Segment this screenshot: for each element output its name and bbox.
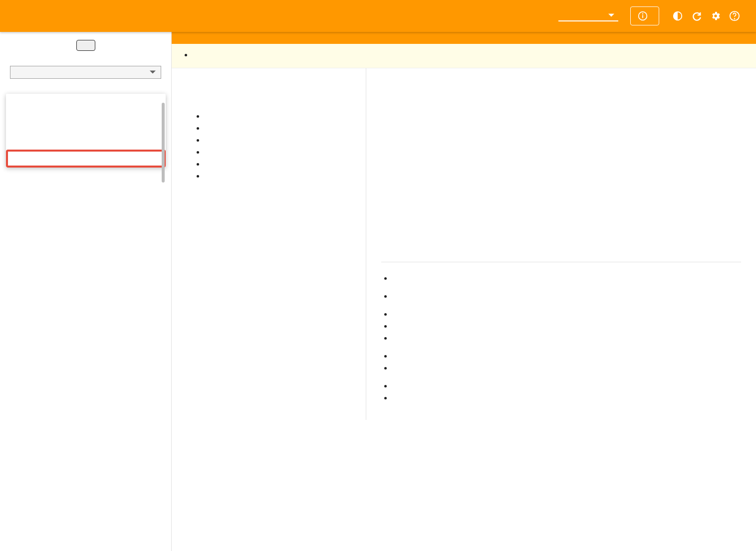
help-icon[interactable] bbox=[729, 10, 740, 21]
tool-item-pod-viewer[interactable] bbox=[6, 108, 166, 122]
tool-item-tensorflow-stats[interactable] bbox=[6, 122, 166, 136]
dropdown-icon bbox=[608, 12, 614, 18]
info-icon bbox=[638, 11, 648, 21]
sub-item bbox=[205, 122, 351, 134]
tool-item-trace-viewer[interactable] bbox=[6, 150, 166, 168]
warning-text bbox=[193, 49, 747, 61]
sidebar bbox=[0, 32, 172, 551]
tool-item-memory-profile[interactable] bbox=[6, 94, 166, 108]
recommendation-panel bbox=[381, 272, 741, 404]
app-header bbox=[0, 0, 756, 32]
performance-summary-panel bbox=[172, 68, 366, 420]
reco-item bbox=[392, 308, 741, 320]
reco-item bbox=[392, 362, 741, 374]
dropdown-icon bbox=[150, 69, 156, 75]
reco-item bbox=[392, 350, 741, 362]
svg-point-2 bbox=[643, 13, 643, 14]
capture-profile-button[interactable] bbox=[76, 40, 95, 51]
main-content bbox=[172, 32, 756, 551]
sub-item bbox=[205, 146, 351, 158]
upload-button[interactable] bbox=[630, 6, 659, 25]
scrollbar[interactable] bbox=[162, 103, 165, 183]
reco-text bbox=[392, 272, 741, 284]
svg-point-4 bbox=[735, 18, 735, 19]
warnings-body bbox=[172, 44, 756, 68]
refresh-icon[interactable] bbox=[691, 10, 702, 21]
tools-dropdown bbox=[6, 94, 166, 168]
run-selector[interactable] bbox=[10, 66, 161, 79]
sub-item bbox=[205, 158, 351, 170]
tool-item-tf-data-bottleneck[interactable] bbox=[6, 136, 166, 150]
sub-item bbox=[205, 110, 351, 122]
reco-faq bbox=[392, 290, 741, 302]
mode-selector[interactable] bbox=[558, 10, 618, 21]
sub-item bbox=[205, 170, 351, 182]
reco-item bbox=[392, 380, 741, 392]
reco-item bbox=[392, 320, 741, 332]
theme-icon[interactable] bbox=[672, 10, 683, 21]
reco-item bbox=[392, 332, 741, 344]
reco-item bbox=[392, 392, 741, 404]
step-time-chart bbox=[381, 90, 741, 262]
chart-legend bbox=[631, 95, 635, 250]
warnings-header bbox=[172, 32, 756, 44]
sub-item bbox=[205, 134, 351, 146]
settings-icon[interactable] bbox=[710, 10, 721, 21]
